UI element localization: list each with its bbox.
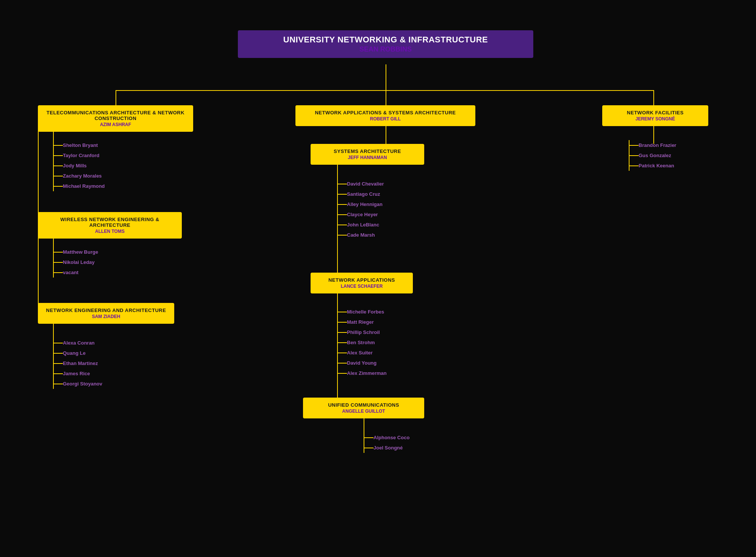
list-item: Ethan Martinez: [54, 358, 102, 368]
root-name: SEAN ROBBINS: [245, 45, 526, 53]
sysarch-name: JEFF HANNAMAN: [317, 155, 417, 160]
list-item: Brandon Frazier: [629, 140, 676, 150]
telecom-title: TELECOMMUNICATIONS ARCHITECTURE & NETWOR…: [45, 110, 186, 121]
sysarch-children: David Chevalier Santiago Cruz Alley Henn…: [337, 179, 384, 240]
neteng-title: NETWORK ENGINEERING AND ARCHITECTURE: [45, 307, 167, 313]
netfacilities-title: NETWORK FACILITIES: [609, 110, 701, 115]
list-item: Alex Suiter: [338, 348, 387, 358]
unified-children-group: Alphonse Coco Joel Songné: [364, 432, 409, 453]
list-item: John LeBlanc: [338, 220, 384, 230]
unified-children: Alphonse Coco Joel Songné: [364, 432, 409, 453]
list-item: Joel Songné: [364, 443, 409, 453]
telecom-children-group: Shelton Bryant Taylor Cranford Jody Mill…: [53, 140, 105, 191]
netapps-node: NETWORK APPLICATIONS & SYSTEMS ARCHITECT…: [295, 105, 475, 126]
unified-node: UNIFIED COMMUNICATIONS ANGELLE GUILLOT: [303, 398, 424, 418]
netapplications-children-group: Michelle Forbes Matt Rieger Phillip Schr…: [337, 307, 387, 378]
wireless-title: WIRELESS NETWORK ENGINEERING & ARCHITECT…: [45, 217, 175, 228]
list-item: Taylor Cranford: [54, 150, 105, 161]
list-item: Michelle Forbes: [338, 307, 387, 317]
list-item: David Chevalier: [338, 179, 384, 189]
netapps-name: ROBERT GILL: [302, 116, 469, 122]
neteng-children: Alexa Conran Quang Le Ethan Martinez Jam…: [53, 338, 102, 389]
neteng-children-group: Alexa Conran Quang Le Ethan Martinez Jam…: [53, 338, 102, 389]
list-item: Alex Zimmerman: [338, 368, 387, 378]
list-item: Alley Hennigan: [338, 199, 384, 209]
list-item: Matt Rieger: [338, 317, 387, 327]
list-item: Nikolai Leday: [54, 257, 98, 267]
telecom-node: TELECOMMUNICATIONS ARCHITECTURE & NETWOR…: [38, 105, 193, 132]
list-item: David Young: [338, 358, 387, 368]
root-node: UNIVERSITY NETWORKING & INFRASTRUCTURE S…: [238, 30, 533, 58]
list-item: Zachary Morales: [54, 171, 105, 181]
netfacilities-node: NETWORK FACILITIES JEREMY SONGNÉ: [602, 105, 708, 126]
list-item: vacant: [54, 267, 98, 278]
list-item: Jody Mills: [54, 161, 105, 171]
list-item: Gus Gonzalez: [629, 150, 676, 161]
line-col-left-down: [116, 90, 116, 105]
wireless-children-group: Matthew Burge Nikolai Leday vacant: [53, 247, 98, 278]
org-chart: UNIVERSITY NETWORKING & INFRASTRUCTURE S…: [0, 0, 756, 557]
neteng-name: SAM ZIADEH: [45, 314, 167, 319]
wireless-node: WIRELESS NETWORK ENGINEERING & ARCHITECT…: [38, 212, 182, 239]
netfacilities-name: JEREMY SONGNÉ: [609, 116, 701, 122]
netapps-title: NETWORK APPLICATIONS & SYSTEMS ARCHITECT…: [302, 110, 469, 115]
netfacilities-children: Brandon Frazier Gus Gonzalez Patrick Kee…: [629, 140, 676, 171]
unified-name: ANGELLE GUILLOT: [310, 409, 417, 414]
netapplications-children: Michelle Forbes Matt Rieger Phillip Schr…: [337, 307, 387, 378]
telecom-children: Shelton Bryant Taylor Cranford Jody Mill…: [53, 140, 105, 191]
netfacilities-children-group: Brandon Frazier Gus Gonzalez Patrick Kee…: [629, 140, 676, 171]
netapplications-node: NETWORK APPLICATIONS LANCE SCHAEFER: [311, 273, 413, 293]
sysarch-children-group: David Chevalier Santiago Cruz Alley Henn…: [337, 179, 384, 240]
list-item: Patrick Keenan: [629, 161, 676, 171]
list-item: Phillip Schroil: [338, 327, 387, 337]
netapplications-title: NETWORK APPLICATIONS: [317, 277, 406, 283]
list-item: Alphonse Coco: [364, 432, 409, 443]
list-item: Alexa Conran: [54, 338, 102, 348]
list-item: Michael Raymond: [54, 181, 105, 191]
root-title: UNIVERSITY NETWORKING & INFRASTRUCTURE: [245, 35, 526, 45]
list-item: Ben Strohm: [338, 337, 387, 348]
sysarch-node: SYSTEMS ARCHITECTURE JEFF HANNAMAN: [311, 144, 424, 165]
netapplications-name: LANCE SCHAEFER: [317, 284, 406, 289]
list-item: Santiago Cruz: [338, 189, 384, 199]
telecom-name: AZIM ASHRAF: [45, 122, 186, 127]
wireless-children: Matthew Burge Nikolai Leday vacant: [53, 247, 98, 278]
line-col-right-down: [653, 90, 654, 105]
chart-wrapper: UNIVERSITY NETWORKING & INFRASTRUCTURE S…: [8, 15, 756, 545]
list-item: Quang Le: [54, 348, 102, 358]
neteng-node: NETWORK ENGINEERING AND ARCHITECTURE SAM…: [38, 303, 174, 324]
sysarch-title: SYSTEMS ARCHITECTURE: [317, 148, 417, 154]
unified-title: UNIFIED COMMUNICATIONS: [310, 402, 417, 408]
line-root-down: [386, 64, 386, 91]
list-item: Cade Marsh: [338, 230, 384, 240]
list-item: Shelton Bryant: [54, 140, 105, 150]
list-item: Georgi Stoyanov: [54, 379, 102, 389]
list-item: Matthew Burge: [54, 247, 98, 257]
wireless-name: ALLEN TOMS: [45, 229, 175, 234]
line-h-top: [116, 90, 653, 91]
line-col-center-down: [386, 90, 386, 105]
list-item: James Rice: [54, 368, 102, 379]
list-item: Clayce Heyer: [338, 209, 384, 220]
